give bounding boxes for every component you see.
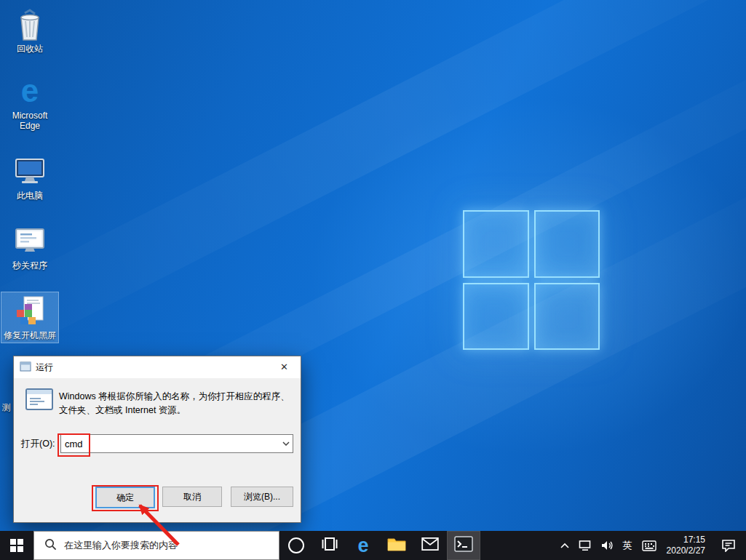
task-view-button[interactable] (313, 531, 346, 560)
tray-chevron-up-icon[interactable] (555, 531, 574, 560)
app-window-icon (13, 225, 47, 258)
system-tray: 英 17:15 2020/2/27 (555, 531, 746, 560)
description-line-1: Windows 将根据你所输入的名称，为你打开相应的程序、 (59, 390, 290, 404)
chevron-down-icon[interactable] (279, 435, 293, 452)
windows-start-icon (10, 539, 23, 552)
action-center-button[interactable] (711, 531, 746, 560)
command-prompt-icon (454, 535, 473, 556)
desktop-icon-this-pc[interactable]: 此电脑 (1, 153, 58, 203)
start-button[interactable] (0, 531, 33, 560)
desktop-icon-label: 此电脑 (17, 191, 43, 201)
light-beam (0, 0, 746, 380)
edge-icon: e (357, 536, 368, 556)
ok-button[interactable]: 确定 (95, 487, 155, 508)
mail-button[interactable] (413, 531, 447, 560)
run-dialog-icon (20, 361, 31, 374)
desktop-icon-label: 修复开机黑屏 (4, 330, 56, 340)
touch-keyboard-icon[interactable] (638, 531, 661, 560)
edge-taskbar-button[interactable]: e (346, 531, 380, 560)
colored-blocks-icon (13, 295, 47, 328)
action-center-icon (721, 539, 736, 552)
desktop-icon-fix-black-screen[interactable]: 修复开机黑屏 (1, 292, 58, 343)
svg-text:e: e (21, 75, 39, 108)
desktop-icon-recycle-bin[interactable]: 回收站 (1, 6, 58, 56)
cancel-button[interactable]: 取消 (162, 487, 222, 507)
run-dialog-description: Windows 将根据你所输入的名称，为你打开相应的程序、 文件夹、文档或 In… (59, 390, 290, 417)
this-pc-icon (13, 155, 47, 188)
network-icon[interactable] (574, 531, 596, 560)
cmd-taskbar-button[interactable] (447, 531, 480, 560)
mail-icon (421, 537, 439, 553)
open-combobox-value[interactable]: cmd (61, 439, 279, 449)
partially-hidden-icon-label: 测 (2, 401, 11, 414)
edge-icon: e (13, 75, 47, 108)
cortana-button[interactable] (279, 531, 313, 560)
run-dialog-title: 运行 (36, 361, 53, 374)
desktop-icon-microsoft-edge[interactable]: e Microsoft Edge (1, 73, 58, 133)
desktop-screen: 回收站 e Microsoft Edge 此电脑 (0, 0, 746, 560)
cortana-icon (288, 537, 304, 553)
windows-logo-wallpaper (463, 210, 600, 350)
run-dialog-titlebar: 运行 (14, 356, 301, 378)
taskbar: 在这里输入你要搜索的内容 e (0, 531, 746, 560)
taskbar-search-box[interactable]: 在这里输入你要搜索的内容 (33, 531, 279, 560)
desktop-icon-label: Microsoft Edge (6, 111, 54, 131)
volume-icon[interactable] (596, 531, 618, 560)
clock-date: 2020/2/27 (667, 545, 705, 556)
desktop-icon-label: 回收站 (17, 44, 43, 54)
ime-language-indicator[interactable]: 英 (618, 531, 638, 560)
recycle-bin-icon (13, 8, 47, 41)
description-line-2: 文件夹、文档或 Internet 资源。 (59, 404, 290, 417)
search-placeholder: 在这里输入你要搜索的内容 (64, 539, 178, 552)
search-icon (44, 538, 57, 553)
folder-icon (387, 536, 406, 555)
run-glyph-icon (25, 388, 53, 414)
open-field-label: 打开(O): (21, 438, 55, 450)
browse-button[interactable]: 浏览(B)... (231, 487, 293, 507)
close-icon[interactable]: ✕ (268, 356, 301, 377)
clock-time: 17:15 (683, 535, 705, 545)
desktop-icon-quick-close-app[interactable]: 秒关程序 (1, 223, 58, 273)
taskbar-clock[interactable]: 17:15 2020/2/27 (661, 535, 711, 556)
run-dialog: 运行 ✕ Windows 将根据你所输入的名称，为你打开相应的程序、 文件夹、文… (13, 356, 301, 523)
desktop-icon-label: 秒关程序 (12, 260, 47, 271)
file-explorer-button[interactable] (380, 531, 413, 560)
task-view-icon (321, 537, 338, 554)
open-combobox[interactable]: cmd (60, 434, 293, 453)
